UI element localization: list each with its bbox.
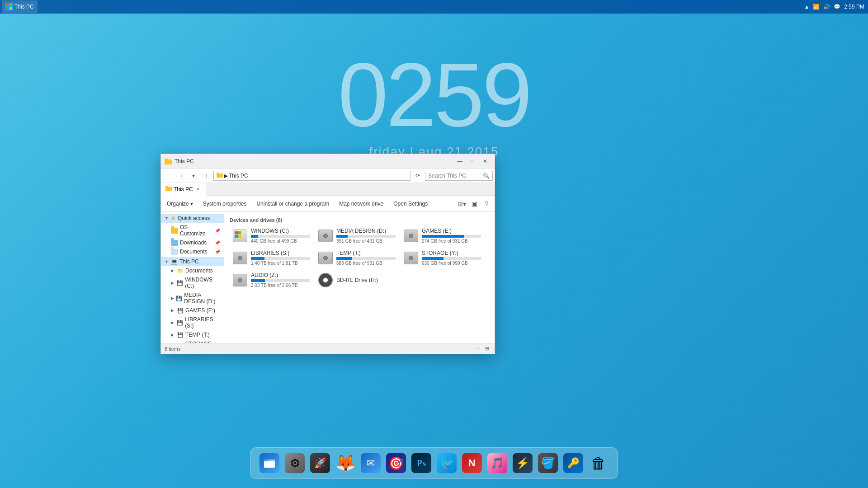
sidebar-quickaccess-header[interactable]: ▼ ★ Quick access — [161, 214, 224, 223]
dock-item-launchpad[interactable]: 🚀 — [308, 451, 332, 475]
dock-item-kodi[interactable]: 🎯 — [384, 451, 408, 475]
sidebar-item-storagey[interactable]: ▶ 💾 STORAGE (Y:) — [161, 339, 224, 343]
nav-up-button[interactable]: ↑ — [201, 170, 212, 181]
sidebar-libss-drive-icon: 💾 — [177, 320, 183, 326]
dock-item-explorer[interactable] — [258, 451, 281, 475]
drive-icon-audioz — [233, 273, 247, 287]
breadcrumb-folder-icon — [217, 172, 223, 179]
breadcrumb-separator: ▶ — [224, 173, 228, 179]
chevron-mediad-icon: ▶ — [171, 296, 174, 300]
dock-item-tweetbot[interactable]: 🐦 — [435, 451, 458, 475]
dock-item-itunes[interactable]: 🎵 — [486, 451, 509, 475]
drive-info-audioz: AUDIO (Z:) 2.03 TB free of 2.66 TB — [251, 272, 310, 288]
dock-item-sysprefs[interactable]: ⚙ — [283, 451, 307, 475]
address-path-container[interactable]: ▶ This PC — [213, 171, 410, 181]
sidebar-downloads-label: Downloads — [180, 239, 207, 246]
drive-info-bdh: BD-RE Drive (H:) — [336, 277, 396, 283]
dock-item-1password[interactable]: 🔑 — [561, 451, 585, 475]
status-items-count: 8 items — [165, 346, 180, 352]
minimize-button[interactable]: — — [454, 157, 466, 166]
dock-item-mail[interactable]: ✉ — [359, 451, 382, 475]
dock-item-news[interactable]: N — [460, 451, 484, 475]
sidebar-star-icon: ★ — [171, 215, 176, 221]
dock-icon-steam: ⚡ — [513, 453, 533, 473]
uninstall-button[interactable]: Uninstall or change a program — [252, 198, 333, 209]
drive-free-audioz: 2.03 TB free of 2.66 TB — [251, 283, 310, 288]
dock-icon-wunderbucket: 🪣 — [538, 453, 558, 473]
drive-name-gamese: GAMES (E:) — [422, 228, 481, 234]
taskbar-volume-icon[interactable]: 🔊 — [823, 4, 830, 10]
drive-item-mediad[interactable]: MEDIA DESIGN (D:) 351 GB free of 431 GB — [315, 225, 399, 246]
system-properties-button[interactable]: System properties — [199, 198, 251, 209]
breadcrumb-thispc[interactable]: This PC — [229, 173, 248, 179]
dock-item-wunderbucket[interactable]: 🪣 — [536, 451, 560, 475]
search-box[interactable]: 🔍 — [425, 171, 493, 181]
sidebar-item-mediad[interactable]: ▶ 💾 MEDIA DESIGN (D:) — [161, 291, 224, 306]
tab-thispc[interactable]: This PC ✕ — [161, 183, 206, 196]
drive-bar-container-mediad — [336, 235, 396, 238]
drive-item-storagey[interactable]: STORAGE (Y:) 630 GB free of 999 GB — [401, 248, 484, 268]
tab-close-button[interactable]: ✕ — [195, 186, 201, 192]
dock-item-photoshop[interactable]: Ps — [410, 451, 433, 475]
dock-item-firefox[interactable]: 🦊 — [334, 451, 357, 475]
sidebar-item-tempt[interactable]: ▶ 💾 TEMP (T:) — [161, 330, 224, 339]
sidebar-item-documents[interactable]: Documents 📌 — [161, 247, 224, 256]
sidebar-gamese-drive-icon: 💾 — [177, 308, 184, 314]
drive-item-tempt[interactable]: TEMP (T:) 683 GB free of 931 GB — [315, 248, 399, 268]
drive-bar-container-gamese — [422, 235, 481, 238]
pin-icon-docs: 📌 — [215, 249, 220, 254]
close-button[interactable]: ✕ — [479, 157, 491, 166]
search-input[interactable] — [428, 173, 482, 179]
drive-item-libss[interactable]: LIBRARIES (S:) 1.40 TB free of 1.81 TB — [230, 248, 313, 268]
sidebar-section-thispc: ▼ 💻 This PC ▶ 📁 Documents ▶ 💾 WINDOWS (C… — [161, 257, 224, 343]
taskbar-network-icon[interactable]: 📶 — [813, 4, 820, 10]
drive-bar-container-libss — [251, 257, 310, 260]
drive-free-windowsc: 440 GB free of 499 GB — [251, 239, 310, 244]
ribbon-right-icons: ⊞▾ ▣ ? — [456, 198, 493, 210]
dock-item-trash[interactable]: 🗑 — [587, 451, 610, 475]
open-settings-button[interactable]: Open Settings — [389, 198, 432, 209]
nav-back-button[interactable]: ← — [163, 170, 174, 181]
drive-item-windowsc[interactable]: WINDOWS (C:) 440 GB free of 499 GB — [230, 225, 313, 246]
sidebar-mediad-label: MEDIA DESIGN (D:) — [184, 292, 220, 305]
drive-icon-mediad — [318, 229, 333, 243]
sidebar-docs-sub-icon: 📁 — [177, 268, 184, 274]
sidebar-thispc-header[interactable]: ▼ 💻 This PC — [161, 257, 224, 266]
drive-item-bdh[interactable]: BD-RE Drive (H:) — [315, 270, 399, 290]
sidebar-item-downloads[interactable]: Downloads 📌 — [161, 238, 224, 247]
taskbar-explorer-app[interactable]: This PC — [2, 0, 38, 13]
dock-icon-trash: 🗑 — [589, 453, 609, 473]
drive-icon-bdh — [318, 273, 333, 287]
sidebar-item-oscustomize[interactable]: OS Customize 📌 — [161, 223, 224, 238]
clock-time-display: 0259 — [338, 50, 530, 140]
dock-item-steam[interactable]: ⚡ — [511, 451, 534, 475]
drive-item-gamese[interactable]: GAMES (E:) 274 GB free of 931 GB — [401, 225, 484, 246]
section-title-devices: Devices and drives (8) — [230, 217, 489, 223]
view-options-button[interactable]: ⊞▾ — [456, 198, 467, 210]
nav-forward-button[interactable]: → — [175, 170, 186, 181]
map-drive-button[interactable]: Map network drive — [335, 198, 387, 209]
sidebar-item-windowsc[interactable]: ▶ 💾 WINDOWS (C:) — [161, 275, 224, 291]
titlebar-controls: — □ ✕ — [454, 157, 491, 166]
refresh-button[interactable]: ⟳ — [412, 170, 423, 181]
sidebar-item-docs-sub[interactable]: ▶ 📁 Documents — [161, 266, 224, 275]
maximize-button[interactable]: □ — [467, 157, 478, 166]
sidebar-item-gamese[interactable]: ▶ 💾 GAMES (E:) — [161, 306, 224, 315]
taskbar-notification-icon[interactable]: 💬 — [834, 4, 840, 10]
organize-button[interactable]: Organize ▾ — [163, 198, 197, 209]
taskbar-chevron-icon[interactable]: ▲ — [804, 4, 809, 10]
sidebar-thispc-label: This PC — [179, 258, 199, 265]
drive-bar-audioz — [251, 279, 265, 282]
sidebar-item-libss[interactable]: ▶ 💾 LIBRARIES (S:) — [161, 315, 224, 330]
grid-view-button[interactable]: ⊞ — [483, 345, 491, 353]
address-breadcrumb: ▶ This PC — [217, 172, 248, 179]
help-button[interactable]: ? — [481, 198, 493, 210]
drive-name-tempt: TEMP (T:) — [336, 250, 396, 256]
drives-grid: WINDOWS (C:) 440 GB free of 499 GB MEDIA… — [230, 225, 489, 290]
drive-info-libss: LIBRARIES (S:) 1.40 TB free of 1.81 TB — [251, 250, 310, 266]
drive-item-audioz[interactable]: AUDIO (Z:) 2.03 TB free of 2.66 TB — [230, 270, 313, 290]
taskbar: This PC ▲ 📶 🔊 💬 2:59 PM — [0, 0, 868, 14]
details-pane-button[interactable]: ▣ — [468, 198, 480, 210]
list-view-button[interactable]: ≡ — [474, 345, 482, 353]
nav-recent-button[interactable]: ▾ — [188, 170, 199, 181]
